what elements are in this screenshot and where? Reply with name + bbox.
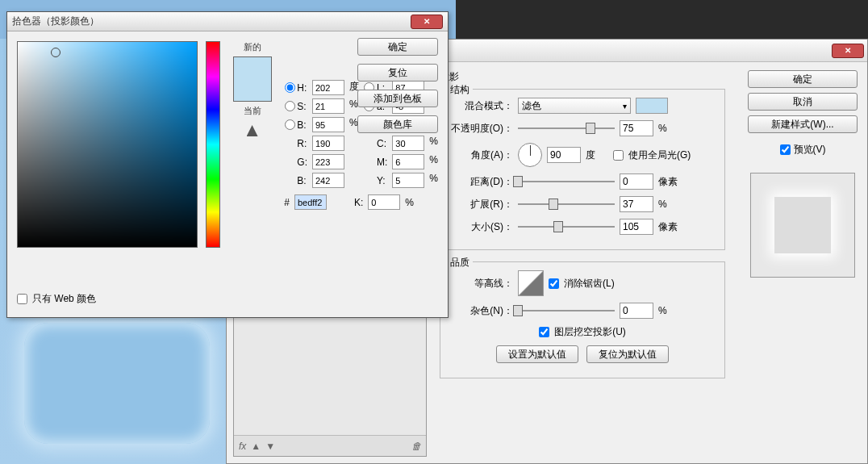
- bv-label: B:: [284, 117, 307, 132]
- angle-input[interactable]: [547, 147, 581, 163]
- style-ok-button[interactable]: 确定: [748, 70, 858, 88]
- quality-legend: 品质: [447, 256, 473, 270]
- web-colors-only: 只有 Web 颜色: [17, 292, 96, 306]
- y-label: Y:: [364, 173, 387, 188]
- noise-label: 杂色(N)：: [450, 304, 513, 318]
- row-distance: 距离(D)： 像素: [450, 173, 715, 190]
- angle-dial[interactable]: [518, 143, 542, 167]
- antialias-label: 消除锯齿(L): [564, 277, 615, 291]
- spread-label: 扩展(R)：: [450, 198, 513, 211]
- color-picker-titlebar[interactable]: 拾色器（投影颜色）: [7, 12, 448, 31]
- web-colors-checkbox[interactable]: [17, 294, 27, 304]
- y-input[interactable]: [392, 173, 424, 188]
- saturation-value-field[interactable]: [17, 41, 198, 248]
- preview-thumbnail: [774, 197, 831, 253]
- knockout-checkbox[interactable]: [539, 327, 549, 337]
- picker-ok-button[interactable]: 确定: [357, 38, 438, 56]
- close-icon[interactable]: [832, 44, 864, 58]
- knockout-label: 图层挖空投影(U): [554, 325, 626, 339]
- hex-row: # K: %: [284, 194, 438, 210]
- h-radio[interactable]: [285, 82, 295, 93]
- section-title: 投影: [440, 70, 725, 84]
- down-arrow-icon[interactable]: ▼: [265, 441, 275, 452]
- add-swatch-button[interactable]: 添加到色板: [357, 90, 438, 107]
- color-picker-buttons: 确定 复位 添加到色板 颜色库: [357, 38, 438, 133]
- hex-label: #: [284, 197, 290, 208]
- opacity-input[interactable]: [620, 120, 653, 136]
- size-unit: 像素: [658, 220, 681, 234]
- color-compare-swatch[interactable]: [233, 56, 272, 102]
- preview-label: 预览(V): [794, 143, 826, 157]
- style-settings-panel: 投影 结构 混合模式： 滤色 不透明度(O)： % 角度(A)：: [427, 62, 738, 463]
- noise-slider[interactable]: [518, 305, 615, 316]
- row-size: 大小(S)： 像素: [450, 219, 715, 235]
- k-input[interactable]: [368, 194, 400, 210]
- color-picker-title: 拾色器（投影颜色）: [12, 15, 411, 28]
- preview-checkbox[interactable]: [780, 144, 791, 155]
- distance-slider[interactable]: [518, 176, 615, 187]
- bb-input[interactable]: [312, 173, 344, 188]
- reset-default-button[interactable]: 复位为默认值: [586, 345, 669, 363]
- distance-input[interactable]: [620, 173, 653, 190]
- bv-input[interactable]: [312, 117, 344, 132]
- spread-input[interactable]: [620, 196, 653, 212]
- row-spread: 扩展(R)： %: [450, 196, 715, 212]
- current-color-swatch: [234, 79, 271, 101]
- s-input[interactable]: [312, 98, 344, 114]
- distance-label: 距离(D)：: [450, 175, 513, 189]
- m-label: M:: [364, 154, 387, 169]
- bb-label: B:: [284, 173, 307, 188]
- new-color-label: 新的: [244, 41, 261, 53]
- row-blend-mode: 混合模式： 滤色: [450, 98, 715, 114]
- s-label: S:: [284, 98, 307, 114]
- g-label: G:: [284, 154, 307, 169]
- contour-swatch[interactable]: [518, 270, 544, 296]
- structure-legend: 结构: [447, 83, 473, 97]
- set-default-button[interactable]: 设置为默认值: [496, 345, 578, 363]
- g-input[interactable]: [312, 154, 344, 169]
- noise-input[interactable]: [620, 303, 653, 319]
- distance-unit: 像素: [658, 175, 681, 189]
- shadow-color-swatch[interactable]: [636, 98, 668, 114]
- up-arrow-icon[interactable]: ▲: [251, 441, 261, 452]
- picker-reset-button[interactable]: 复位: [357, 64, 438, 82]
- row-knockout: 图层挖空投影(U): [450, 325, 715, 339]
- c-input[interactable]: [392, 136, 424, 151]
- h-input[interactable]: [312, 80, 344, 95]
- row-defaults: 设置为默认值 复位为默认值: [450, 345, 715, 363]
- m-input[interactable]: [392, 154, 424, 169]
- sv-cursor[interactable]: [51, 48, 61, 57]
- fx-icon[interactable]: fx: [239, 441, 246, 452]
- bv-radio[interactable]: [285, 119, 295, 130]
- close-icon[interactable]: [411, 15, 443, 29]
- opacity-label: 不透明度(O)：: [450, 122, 513, 136]
- size-input[interactable]: [620, 219, 653, 235]
- global-light-checkbox[interactable]: [613, 150, 624, 161]
- hue-slider[interactable]: [206, 41, 220, 248]
- gamut-warning-icon[interactable]: [247, 125, 258, 136]
- row-angle: 角度(A)： 度 使用全局光(G): [450, 143, 715, 167]
- style-right-panel: 确定 取消 新建样式(W)... 预览(V): [738, 62, 867, 463]
- r-input[interactable]: [312, 136, 344, 151]
- color-library-button[interactable]: 颜色库: [357, 115, 438, 133]
- style-cancel-button[interactable]: 取消: [748, 93, 858, 111]
- blend-mode-select[interactable]: 滤色: [518, 98, 631, 114]
- h-label: H:: [284, 80, 307, 95]
- angle-unit: 度: [586, 148, 608, 162]
- s-radio[interactable]: [285, 101, 295, 111]
- row-contour: 等高线： 消除锯齿(L): [450, 270, 715, 296]
- hex-input[interactable]: [294, 194, 327, 210]
- trash-icon[interactable]: 🗑: [411, 441, 421, 452]
- size-label: 大小(S)：: [450, 220, 513, 234]
- opacity-slider[interactable]: [518, 123, 615, 134]
- new-style-button[interactable]: 新建样式(W)...: [748, 115, 858, 133]
- color-picker-dialog: 拾色器（投影颜色） 新的 当前 H: 度 L: S: % a: B:: [6, 11, 449, 318]
- bg-preview-glow: [24, 323, 210, 444]
- angle-label: 角度(A)：: [450, 148, 513, 162]
- color-compare-column: 新的 当前: [228, 41, 276, 307]
- size-slider[interactable]: [518, 221, 615, 232]
- spread-slider[interactable]: [518, 199, 615, 210]
- antialias-checkbox[interactable]: [549, 278, 559, 289]
- row-noise: 杂色(N)： %: [450, 303, 715, 319]
- row-opacity: 不透明度(O)： %: [450, 120, 715, 136]
